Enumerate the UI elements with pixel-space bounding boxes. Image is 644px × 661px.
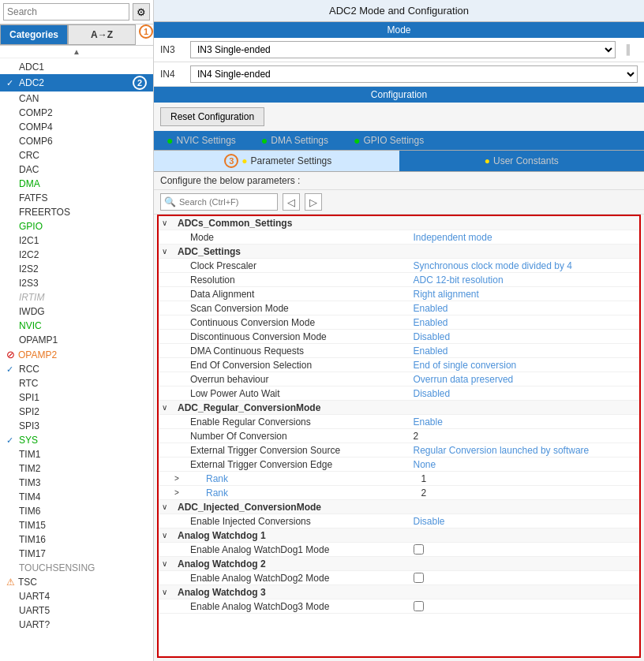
sidebar-item-tim3[interactable]: TIM3 <box>0 476 153 490</box>
table-row[interactable]: > Rank 2 <box>159 486 639 500</box>
sidebar-item-tim16[interactable]: TIM16 <box>0 532 153 547</box>
table-row[interactable]: Enable Analog WatchDog3 Mode <box>159 599 639 614</box>
table-row[interactable]: Number Of Conversion 2 <box>159 429 639 443</box>
expand-arrow: ∨ <box>162 218 171 227</box>
sidebar-item-uart-last[interactable]: UART? <box>0 618 153 632</box>
sidebar-item-adc2[interactable]: ✓ ADC2 2 <box>0 74 153 91</box>
table-row[interactable]: External Trigger Conversion Source Regul… <box>159 443 639 457</box>
sidebar-item-rtc[interactable]: RTC <box>0 376 153 390</box>
table-row[interactable]: Mode Independent mode <box>159 230 639 245</box>
table-row[interactable]: ∨ ADCs_Common_Settings <box>159 216 639 230</box>
table-row[interactable]: Enable Regular Conversions Enable <box>159 415 639 429</box>
sidebar-item-i2s3[interactable]: I2S3 <box>0 276 153 290</box>
sidebar-item-fatfs[interactable]: FATFS <box>0 191 153 205</box>
param-name: Resolution <box>174 274 414 286</box>
sidebar-item-dac[interactable]: DAC <box>0 162 153 177</box>
gear-icon[interactable]: ⚙ <box>133 3 150 21</box>
param-name: Enable Analog WatchDog2 Mode <box>174 573 414 584</box>
param-name: Continuous Conversion Mode <box>174 317 414 328</box>
sidebar-item-tim17[interactable]: TIM17 <box>0 547 153 561</box>
params-search-input[interactable] <box>179 197 274 207</box>
watchdog2-checkbox[interactable] <box>414 573 424 583</box>
watchdog1-checkbox[interactable] <box>414 544 424 555</box>
param-name: ADCs_Common_Settings <box>174 218 407 229</box>
next-result-button[interactable]: ▷ <box>305 193 322 211</box>
sidebar-item-crc[interactable]: CRC <box>0 148 153 162</box>
sidebar-item-spi2[interactable]: SPI2 <box>0 405 153 419</box>
param-name: Enable Analog WatchDog1 Mode <box>174 544 414 555</box>
sidebar-item-dma[interactable]: DMA <box>0 177 153 191</box>
sidebar-item-i2s2[interactable]: I2S2 <box>0 262 153 276</box>
table-row[interactable]: Enable Injected Conversions Disable <box>159 514 639 528</box>
param-value: Regular Conversion launched by software <box>414 445 637 456</box>
sidebar-item-adc1[interactable]: ADC1 <box>0 60 153 74</box>
sidebar-item-tim4[interactable]: TIM4 <box>0 490 153 504</box>
sidebar-item-uart4[interactable]: UART4 <box>0 589 153 603</box>
sidebar-item-opamp1[interactable]: OPAMP1 <box>0 333 153 347</box>
sidebar-item-can[interactable]: CAN <box>0 91 153 106</box>
table-row[interactable]: Overrun behaviour Overrun data preserved <box>159 372 639 387</box>
sidebar-item-iwdg[interactable]: IWDG <box>0 304 153 319</box>
sidebar-item-freertos[interactable]: FREERTOS <box>0 205 153 219</box>
sidebar-item-i2c2[interactable]: I2C2 <box>0 248 153 262</box>
table-row[interactable]: External Trigger Conversion Edge None <box>159 457 639 472</box>
table-row[interactable]: Continuous Conversion Mode Enabled <box>159 316 639 330</box>
tab-dma-settings[interactable]: ● DMA Settings <box>249 131 341 150</box>
in4-select[interactable]: IN4 Single-ended <box>190 65 638 83</box>
tab-user-constants[interactable]: ● User Constants <box>399 151 645 171</box>
sidebar-search-input[interactable] <box>3 3 129 21</box>
params-search-icon: 🔍 <box>164 196 176 207</box>
sidebar-item-tim2[interactable]: TIM2 <box>0 461 153 476</box>
sidebar-item-gpio[interactable]: GPIO <box>0 219 153 233</box>
sidebar-item-tim15[interactable]: TIM15 <box>0 518 153 532</box>
table-row[interactable]: DMA Continuous Requests Enabled <box>159 344 639 358</box>
sidebar-item-i2c1[interactable]: I2C1 <box>0 233 153 248</box>
sidebar-list: ADC1 ✓ ADC2 2 CAN COMP2 COMP4 COMP6 CRC <box>0 58 153 661</box>
table-row[interactable]: ∨ ADC_Regular_ConversionMode <box>159 401 639 415</box>
sidebar-item-irtim[interactable]: IRTIM <box>0 290 153 304</box>
sidebar-item-uart5[interactable]: UART5 <box>0 603 153 618</box>
param-value: Enabled <box>414 303 637 314</box>
sidebar-item-sys[interactable]: ✓ SYS <box>0 433 153 447</box>
table-row[interactable]: ∨ ADC_Settings <box>159 245 639 259</box>
table-row[interactable]: ∨ Analog Watchdog 2 <box>159 557 639 571</box>
sidebar-item-tim6[interactable]: TIM6 <box>0 504 153 518</box>
sidebar-item-spi3[interactable]: SPI3 <box>0 419 153 433</box>
sidebar-item-comp2[interactable]: COMP2 <box>0 106 153 120</box>
sidebar-item-comp4[interactable]: COMP4 <box>0 120 153 134</box>
table-row[interactable]: ∨ Analog Watchdog 3 <box>159 585 639 599</box>
adc1-check <box>6 62 16 72</box>
table-row[interactable]: Scan Conversion Mode Enabled <box>159 301 639 316</box>
tab-nvic-settings[interactable]: ● NVIC Settings <box>154 131 249 150</box>
reset-configuration-button[interactable]: Reset Configuration <box>160 107 264 126</box>
table-row[interactable]: > Rank 1 <box>159 472 639 486</box>
sidebar-item-touchsensing[interactable]: TOUCHSENSING <box>0 561 153 575</box>
circle-3: 3 <box>224 154 238 168</box>
sidebar-item-tim1[interactable]: TIM1 <box>0 447 153 461</box>
sidebar-item-spi1[interactable]: SPI1 <box>0 390 153 405</box>
param-value: None <box>414 459 637 470</box>
table-row[interactable]: ∨ ADC_Injected_ConversionMode <box>159 500 639 514</box>
tab-az[interactable]: A→Z <box>68 24 136 45</box>
table-row[interactable]: Clock Prescaler Synchronous clock mode d… <box>159 259 639 273</box>
table-row[interactable]: Enable Analog WatchDog2 Mode <box>159 571 639 585</box>
table-row[interactable]: Data Alignment Right alignment <box>159 287 639 301</box>
table-row[interactable]: End Of Conversion Selection End of singl… <box>159 358 639 372</box>
sidebar-item-comp6[interactable]: COMP6 <box>0 134 153 148</box>
in3-select[interactable]: IN3 Single-ended <box>190 41 616 58</box>
sidebar-item-opamp2[interactable]: ⊘ OPAMP2 <box>0 347 153 362</box>
sidebar-item-nvic[interactable]: NVIC <box>0 319 153 333</box>
sidebar-item-tsc[interactable]: ⚠ TSC <box>0 575 153 589</box>
table-row[interactable]: Low Power Auto Wait Disabled <box>159 387 639 401</box>
table-row[interactable]: ∨ Analog Watchdog 1 <box>159 528 639 543</box>
tab-gpio-settings[interactable]: ● GPIO Settings <box>341 131 436 150</box>
tab-parameter-settings[interactable]: 3 ● Parameter Settings <box>154 151 399 171</box>
sidebar-item-rcc[interactable]: ✓ RCC <box>0 362 153 376</box>
prev-result-button[interactable]: ◁ <box>283 193 300 211</box>
watchdog3-checkbox[interactable] <box>414 601 424 611</box>
table-row[interactable]: Discontinuous Conversion Mode Disabled <box>159 330 639 344</box>
tab-categories[interactable]: Categories <box>0 24 68 45</box>
table-row[interactable]: Resolution ADC 12-bit resolution <box>159 273 639 287</box>
param-name: ADC_Injected_ConversionMode <box>174 502 407 513</box>
table-row[interactable]: Enable Analog WatchDog1 Mode <box>159 543 639 557</box>
